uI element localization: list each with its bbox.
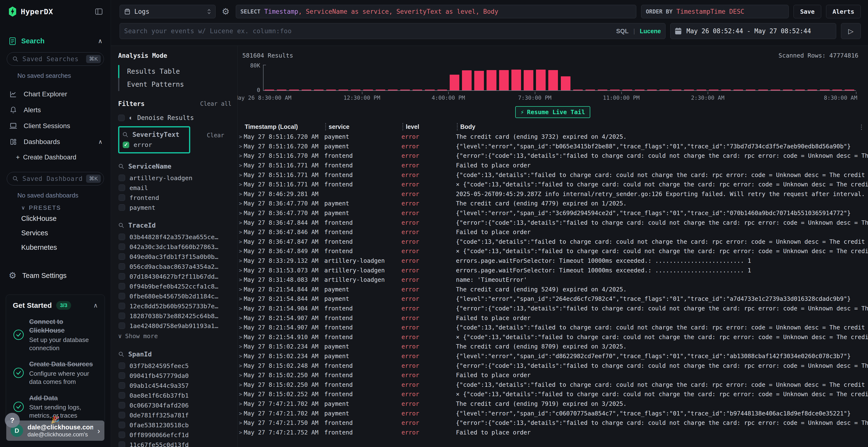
denoise-results-toggle[interactable]: ◐ Denoise Results: [118, 114, 231, 122]
log-row[interactable]: >May 27 8:51:16.771 AMfrontenderror× {"c…: [238, 180, 868, 189]
filter-value-item[interactable]: 0de781ff325a781f: [118, 410, 231, 420]
checkbox[interactable]: [119, 204, 125, 211]
log-row[interactable]: >May 27 8:31:53.073 AMartillery-loadgene…: [238, 265, 868, 275]
filter-value-item[interactable]: 11c67fe55c0d13fd: [118, 440, 231, 447]
row-expand-icon[interactable]: >: [238, 191, 244, 197]
log-row[interactable]: >May 27 8:51:16.771 AMfrontenderrorFaile…: [238, 161, 868, 170]
checkbox[interactable]: [119, 382, 125, 389]
mode-results-table[interactable]: Results Table: [118, 65, 231, 78]
filter-value-item[interactable]: 0c0667304fafd206: [118, 400, 231, 410]
chevron-up-icon[interactable]: ∧: [98, 37, 102, 45]
row-expand-icon[interactable]: >: [238, 391, 244, 397]
column-divider[interactable]: [402, 123, 406, 130]
sidebar-item-dashboards[interactable]: Dashboards ∧: [0, 134, 111, 150]
filter-value-error[interactable]: error: [122, 141, 179, 149]
filter-value-item[interactable]: 07d184304627bf2f11b67dd…: [118, 271, 231, 281]
source-settings-button[interactable]: ⚙: [220, 5, 231, 18]
log-row[interactable]: >May 27 8:15:02.250 AMfrontenderror{"cod…: [238, 380, 868, 389]
log-row[interactable]: >May 27 8:33:29.132 AMartillery-loadgene…: [238, 256, 868, 266]
get-started-item[interactable]: Connect to ClickHouseSet up your databas…: [13, 317, 98, 352]
col-timestamp[interactable]: Timestamp (Local): [245, 123, 325, 130]
log-row[interactable]: >May 27 8:31:48.083 AMartillery-loadgene…: [238, 275, 868, 285]
checkbox[interactable]: [119, 184, 125, 191]
checkbox-checked[interactable]: [123, 142, 129, 148]
mode-event-patterns[interactable]: Event Patterns: [118, 78, 231, 91]
sidebar-item-services[interactable]: Services: [0, 226, 111, 240]
filter-value-item[interactable]: 12ec8dd52b60b9525733b7e…: [118, 301, 231, 311]
row-expand-icon[interactable]: >: [238, 277, 244, 283]
sidebar-item-search[interactable]: Search ∧: [9, 37, 102, 45]
saved-searches-input[interactable]: Saved Searches ⌘K: [7, 52, 104, 66]
row-expand-icon[interactable]: >: [238, 267, 244, 273]
row-expand-icon[interactable]: >: [238, 372, 244, 378]
log-row[interactable]: >May 27 8:51:16.771 AMfrontenderror{"cod…: [238, 170, 868, 180]
log-row[interactable]: >May 27 7:47:21.702 AMpaymenterrorThe cr…: [238, 399, 868, 409]
log-row[interactable]: >May 27 8:21:54.910 AMfrontenderror× {"c…: [238, 332, 868, 342]
save-button[interactable]: Save: [794, 5, 821, 18]
checkbox[interactable]: [118, 115, 125, 121]
row-expand-icon[interactable]: >: [238, 229, 244, 235]
row-expand-icon[interactable]: >: [238, 401, 244, 407]
log-row[interactable]: >May 27 8:21:54.907 AMfrontenderrorFaile…: [238, 313, 868, 323]
checkbox[interactable]: [119, 442, 125, 447]
sql-select-input[interactable]: SELECT Timestamp, ServiceName as service…: [236, 5, 636, 18]
log-row[interactable]: >May 27 8:15:02.234 AMpaymenterror{"leve…: [238, 351, 868, 361]
log-row[interactable]: >May 27 8:36:47.846 AMfrontenderrorFaile…: [238, 227, 868, 237]
log-row[interactable]: >May 27 8:51:16.770 AMfrontenderror{"err…: [238, 151, 868, 161]
checkbox[interactable]: [119, 234, 125, 240]
row-expand-icon[interactable]: >: [238, 162, 244, 168]
user-account-button[interactable]: D dale@clickhouse.com dale@clickhouse.co…: [6, 420, 104, 441]
date-range-picker[interactable]: May 26 08:52:44 - May 27 08:52:44: [670, 23, 836, 39]
log-row[interactable]: >May 27 8:46:29.281 AMerror2025-05-26T09…: [238, 189, 868, 199]
sidebar-item-alerts[interactable]: Alerts: [0, 102, 111, 118]
row-expand-icon[interactable]: >: [238, 134, 244, 140]
lucene-mode-toggle[interactable]: Lucene: [640, 28, 661, 35]
checkbox[interactable]: [119, 392, 125, 399]
row-expand-icon[interactable]: >: [238, 296, 244, 302]
checkbox[interactable]: [119, 273, 125, 280]
help-button[interactable]: ?: [5, 413, 20, 428]
source-select[interactable]: Logs: [120, 5, 216, 18]
sidebar-collapse-icon[interactable]: [95, 8, 102, 15]
run-query-button[interactable]: ▷: [841, 23, 861, 39]
checkbox[interactable]: [119, 303, 125, 309]
show-more-button[interactable]: ∨Show more: [118, 331, 231, 341]
column-settings-icon[interactable]: ⋮: [858, 123, 865, 131]
row-expand-icon[interactable]: >: [238, 181, 244, 187]
chevron-up-icon[interactable]: ∧: [98, 138, 102, 145]
checkbox[interactable]: [119, 283, 125, 289]
row-expand-icon[interactable]: >: [238, 200, 244, 206]
sidebar-item-team-settings[interactable]: ⚙ Team Settings: [0, 268, 111, 283]
filter-group-label[interactable]: TraceId: [128, 221, 156, 229]
presets-toggle[interactable]: ∨ PRESETS: [0, 204, 111, 211]
row-expand-icon[interactable]: >: [238, 220, 244, 226]
log-row[interactable]: >May 27 7:47:21.750 AMfrontenderror{"err…: [238, 418, 868, 428]
row-expand-icon[interactable]: >: [238, 286, 244, 293]
row-expand-icon[interactable]: >: [238, 258, 244, 264]
filter-value-item[interactable]: 042a30c3dc1baf660b27863…: [118, 242, 231, 252]
filter-value-item[interactable]: 09041fb457779da0: [118, 371, 231, 381]
row-expand-icon[interactable]: >: [238, 363, 244, 369]
col-body[interactable]: Body: [460, 123, 868, 130]
filter-value-item[interactable]: payment: [118, 203, 231, 212]
checkbox[interactable]: [119, 322, 125, 329]
row-expand-icon[interactable]: >: [238, 305, 244, 311]
row-expand-icon[interactable]: >: [238, 153, 244, 159]
row-expand-icon[interactable]: >: [238, 210, 244, 216]
row-expand-icon[interactable]: >: [238, 382, 244, 388]
log-row[interactable]: >May 27 8:36:47.849 AMfrontenderror× {"c…: [238, 246, 868, 256]
sidebar-item-kubernetes[interactable]: Kubernetes: [0, 240, 111, 254]
row-expand-icon[interactable]: >: [238, 429, 244, 436]
log-row[interactable]: >May 27 8:36:47.847 AMfrontenderror{"cod…: [238, 237, 868, 247]
filter-value-item[interactable]: 0fbe680eb456750b2d1184c…: [118, 291, 231, 301]
sidebar-item-clickhouse[interactable]: ClickHouse: [0, 211, 111, 226]
filter-value-item[interactable]: 1ae42480d758e9ab91193a1…: [118, 321, 231, 331]
event-search-bar[interactable]: SQL | Lucene: [120, 23, 665, 39]
column-divider[interactable]: [457, 123, 460, 130]
filter-value-item[interactable]: email: [118, 183, 231, 193]
log-row[interactable]: >May 27 8:51:16.720 AMpaymenterror{"leve…: [238, 142, 868, 151]
sql-mode-toggle[interactable]: SQL: [616, 28, 628, 35]
log-row[interactable]: >May 27 8:36:47.844 AMfrontenderror{"err…: [238, 218, 868, 227]
checkbox[interactable]: [119, 402, 125, 409]
filter-value-item[interactable]: 09ab1c4544c9a357: [118, 381, 231, 390]
